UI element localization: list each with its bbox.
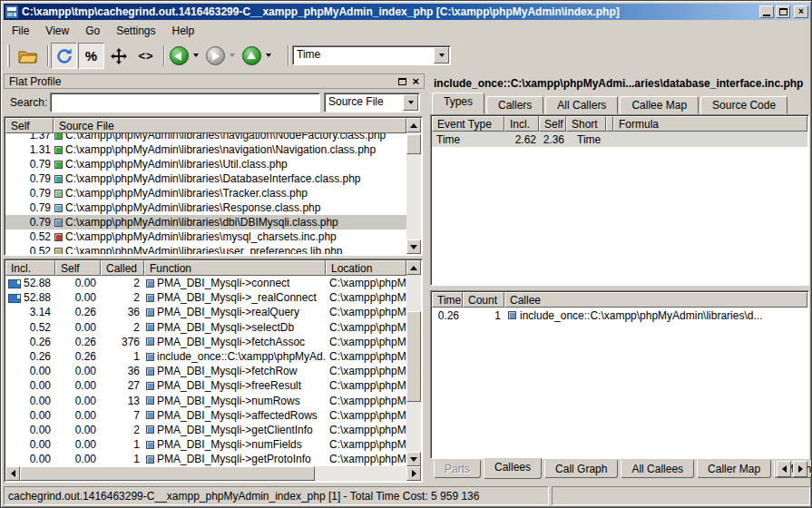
scroll-down-button[interactable] bbox=[406, 239, 421, 254]
file-row[interactable]: 0.79C:\xampp\phpMyAdmin\libraries\Databa… bbox=[5, 171, 406, 186]
close-button[interactable]: × bbox=[794, 5, 808, 18]
minimize-button[interactable] bbox=[759, 5, 774, 18]
scrollbar-thumb[interactable] bbox=[406, 134, 421, 154]
column-header-self[interactable]: Self bbox=[5, 118, 54, 133]
file-row[interactable]: 0.52C:\xampp\phpMyAdmin\libraries\user_p… bbox=[5, 244, 406, 254]
column-header-time[interactable]: Time bbox=[432, 292, 463, 308]
scroll-up-button[interactable] bbox=[406, 260, 421, 275]
tab-scroll-left-button[interactable] bbox=[777, 461, 791, 477]
column-header-source-file[interactable]: Source File bbox=[54, 118, 406, 133]
tab-callee-map[interactable]: Callee Map bbox=[620, 96, 699, 114]
file-row[interactable]: 0.79C:\xampp\phpMyAdmin\libraries\Respon… bbox=[5, 200, 406, 215]
column-header-self[interactable]: Self bbox=[539, 116, 566, 132]
up-button[interactable] bbox=[240, 43, 262, 69]
scroll-down-button[interactable] bbox=[406, 452, 421, 466]
column-header-formula[interactable]: Formula bbox=[613, 116, 807, 132]
search-input[interactable] bbox=[50, 93, 320, 112]
function-row[interactable]: 0.000.001PMA_DBI_Mysqli->getProtoInfoC:\… bbox=[5, 452, 406, 466]
combo-arrow-button[interactable] bbox=[403, 94, 418, 111]
open-button[interactable] bbox=[15, 43, 42, 69]
function-row[interactable]: 0.000.0036PMA_DBI_Mysqli->fetchRowC:\xam… bbox=[5, 364, 406, 378]
dock-close-icon[interactable]: × bbox=[412, 77, 419, 86]
function-table-hscrollbar[interactable] bbox=[5, 466, 421, 481]
function-row[interactable]: 0.520.002PMA_DBI_Mysqli->selectDbC:\xamp… bbox=[5, 320, 406, 335]
function-row[interactable]: 0.260.261include_once::C:\xampp\phpMyAd.… bbox=[5, 349, 406, 364]
menu-view[interactable]: View bbox=[37, 23, 77, 39]
menu-file[interactable]: File bbox=[4, 23, 37, 39]
grouping-combobox[interactable]: Source File bbox=[324, 93, 420, 112]
forward-button bbox=[204, 43, 226, 69]
column-header-function[interactable]: Function bbox=[144, 260, 326, 276]
column-header-incl[interactable]: Incl. bbox=[5, 260, 55, 276]
menu-settings[interactable]: Settings bbox=[108, 23, 163, 39]
event-type-combobox[interactable]: Time bbox=[292, 45, 451, 65]
refresh-button[interactable] bbox=[51, 43, 77, 69]
function-table-vscrollbar[interactable] bbox=[406, 260, 421, 466]
scroll-right-button[interactable] bbox=[406, 466, 421, 481]
function-row[interactable]: 0.000.0013PMA_DBI_Mysqli->numRowsC:\xamp… bbox=[5, 394, 406, 408]
event-type-row-selected[interactable]: Time 2.62 2.36 Time bbox=[432, 132, 807, 147]
column-header-short[interactable]: Short bbox=[566, 116, 606, 132]
dock-float-icon[interactable] bbox=[398, 78, 406, 85]
column-header-incl[interactable]: Incl. bbox=[504, 116, 539, 132]
scrollbar-thumb[interactable] bbox=[406, 311, 421, 402]
scroll-left-button[interactable] bbox=[5, 466, 20, 481]
file-row[interactable]: 0.79C:\xampp\phpMyAdmin\libraries\Util.c… bbox=[5, 157, 406, 171]
scrollbar-thumb[interactable] bbox=[20, 466, 315, 481]
kcachegrind-window: C:\xampp\tmp\cachegrind.out.1416463299-C… bbox=[0, 0, 812, 508]
tab-all-callees[interactable]: All Callees bbox=[621, 460, 694, 478]
expand-cost-button[interactable] bbox=[106, 43, 132, 69]
back-button[interactable] bbox=[168, 43, 190, 69]
column-header-self[interactable]: Self bbox=[55, 260, 101, 276]
column-header-spacer bbox=[606, 116, 613, 132]
scroll-up-button[interactable] bbox=[406, 118, 421, 132]
column-header-called[interactable]: Called bbox=[101, 260, 144, 276]
function-row[interactable]: 0.000.001PMA_DBI_Mysqli->numFieldsC:\xam… bbox=[5, 437, 406, 452]
column-header-location[interactable]: Location bbox=[326, 260, 406, 276]
column-header-callee[interactable]: Callee bbox=[504, 292, 807, 308]
function-row[interactable]: 3.140.2636PMA_DBI_Mysqli->realQueryC:\xa… bbox=[5, 305, 406, 319]
toolbar-handle[interactable] bbox=[7, 44, 10, 67]
menu-help[interactable]: Help bbox=[164, 23, 203, 39]
relative-cost-button[interactable]: <> bbox=[133, 43, 159, 69]
chevron-down-icon bbox=[439, 54, 445, 57]
function-row[interactable]: 0.000.0027PMA_DBI_Mysqli->freeResultC:\x… bbox=[5, 378, 406, 393]
scroll-up-icon bbox=[410, 123, 417, 128]
chevron-down-icon bbox=[193, 54, 199, 57]
tab-caller-map[interactable]: Caller Map bbox=[697, 460, 771, 478]
menu-go[interactable]: Go bbox=[77, 23, 108, 39]
tab-source-code[interactable]: Source Code bbox=[700, 96, 788, 114]
up-dropdown[interactable] bbox=[263, 50, 274, 61]
combo-arrow-button[interactable] bbox=[434, 47, 449, 64]
tab-types[interactable]: Types bbox=[432, 93, 484, 114]
function-icon bbox=[146, 294, 154, 302]
file-list-vscrollbar[interactable] bbox=[406, 118, 421, 254]
file-row[interactable]: 1.37C:\xampp\phpMyAdmin\libraries\naviga… bbox=[5, 133, 406, 142]
file-row[interactable]: 1.31C:\xampp\phpMyAdmin\libraries\naviga… bbox=[5, 142, 406, 157]
close-icon: × bbox=[798, 7, 804, 16]
function-row[interactable]: 52.880.002PMA_DBI_Mysqli->connectC:\xamp… bbox=[5, 276, 406, 290]
tab-callees[interactable]: Callees bbox=[484, 458, 542, 479]
tab-scroll-right-button[interactable] bbox=[793, 461, 807, 477]
column-header-event-type[interactable]: Event Type bbox=[432, 116, 504, 132]
tab-call-graph[interactable]: Call Graph bbox=[544, 460, 618, 478]
back-dropdown[interactable] bbox=[191, 50, 201, 61]
tab-callers[interactable]: Callers bbox=[486, 96, 543, 114]
percent-button[interactable]: % bbox=[78, 43, 104, 69]
tab-all-callers[interactable]: All Callers bbox=[545, 96, 618, 114]
maximize-button[interactable] bbox=[776, 5, 790, 18]
app-icon[interactable] bbox=[5, 5, 18, 18]
source-file-list: Self Source File 1.37C:\xampp\phpMyAdmin… bbox=[4, 116, 423, 256]
menu-bar: File View Go Settings Help bbox=[4, 21, 810, 40]
function-row[interactable]: 0.000.007PMA_DBI_Mysqli->affectedRowsC:\… bbox=[5, 408, 406, 423]
column-header-count[interactable]: Count bbox=[463, 292, 504, 308]
function-row[interactable]: 0.260.26376PMA_DBI_Mysqli->fetchAssocC:\… bbox=[5, 335, 406, 349]
file-row[interactable]: 0.79C:\xampp\phpMyAdmin\libraries\Tracke… bbox=[5, 186, 406, 200]
file-row[interactable]: 0.52C:\xampp\phpMyAdmin\libraries\mysql_… bbox=[5, 230, 406, 244]
function-icon bbox=[146, 353, 154, 361]
callee-row[interactable]: 0.26 1 include_once::C:\xampp\phpMyAdmin… bbox=[432, 308, 807, 323]
file-row-selected[interactable]: 0.79C:\xampp\phpMyAdmin\libraries\dbi\DB… bbox=[5, 215, 406, 230]
function-row[interactable]: 0.000.002PMA_DBI_Mysqli->getClientInfoC:… bbox=[5, 423, 406, 437]
function-row[interactable]: 52.880.002PMA_DBI_Mysqli->_realConnectC:… bbox=[5, 290, 406, 305]
forward-dropdown bbox=[227, 50, 238, 61]
